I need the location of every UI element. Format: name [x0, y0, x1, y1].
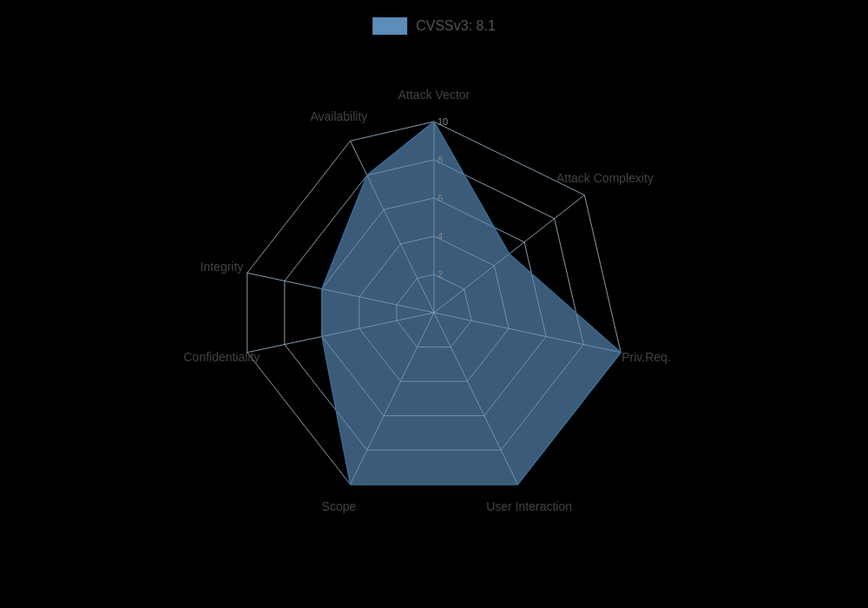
svg-text:Integrity: Integrity [201, 260, 244, 274]
radar-chart: 246810Attack VectorAttack ComplexityPriv… [0, 0, 868, 608]
svg-text:Availability: Availability [310, 109, 367, 123]
svg-text:Attack Vector: Attack Vector [398, 88, 470, 102]
legend: CVSSv3: 8.1 [372, 17, 496, 35]
svg-text:2: 2 [437, 269, 443, 280]
svg-text:10: 10 [437, 116, 448, 127]
svg-text:4: 4 [437, 231, 443, 241]
svg-text:Confidentiality: Confidentiality [183, 350, 260, 364]
svg-text:Scope: Scope [322, 499, 357, 513]
chart-container: 246810Attack VectorAttack ComplexityPriv… [0, 0, 868, 608]
legend-label: CVSSv3: 8.1 [416, 18, 496, 34]
legend-color-box [372, 17, 407, 35]
svg-text:User Interaction: User Interaction [486, 499, 572, 513]
svg-text:8: 8 [437, 155, 443, 165]
svg-text:6: 6 [437, 193, 443, 203]
svg-text:Attack Complexity: Attack Complexity [556, 171, 654, 185]
svg-text:Priv.Req.: Priv.Req. [621, 350, 671, 364]
